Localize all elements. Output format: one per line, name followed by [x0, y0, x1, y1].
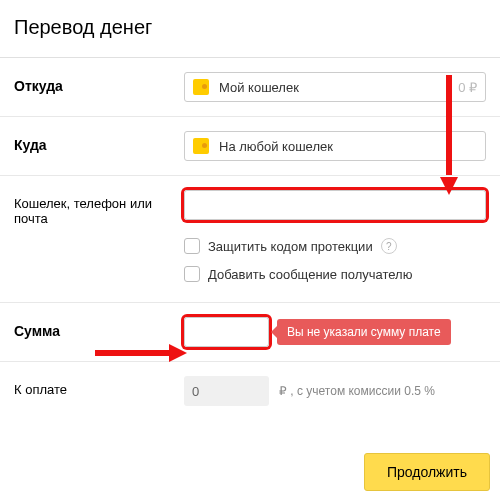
- label-to: Куда: [14, 131, 184, 153]
- continue-button[interactable]: Продолжить: [364, 453, 490, 491]
- label-sum: Сумма: [14, 317, 184, 339]
- from-select[interactable]: Мой кошелек 0 ₽: [184, 72, 486, 102]
- help-icon[interactable]: ?: [381, 238, 397, 254]
- row-to: Куда На любой кошелек: [0, 117, 500, 176]
- label-topay: К оплате: [14, 376, 184, 397]
- from-wallet-text: Мой кошелек: [219, 80, 458, 95]
- protect-option: Защитить кодом протекции ?: [14, 232, 486, 260]
- topay-hint: ₽ , с учетом комиссии 0.5 %: [279, 384, 435, 398]
- message-label: Добавить сообщение получателю: [208, 267, 412, 282]
- message-checkbox[interactable]: [184, 266, 200, 282]
- from-balance: 0 ₽: [458, 80, 477, 95]
- row-recipient: Кошелек, телефон или почта: [0, 176, 500, 230]
- to-wallet-text: На любой кошелек: [219, 139, 477, 154]
- topay-value: 0: [184, 376, 269, 406]
- sum-error: Вы не указали сумму плате: [277, 319, 451, 345]
- recipient-input[interactable]: [184, 190, 486, 220]
- protect-checkbox[interactable]: [184, 238, 200, 254]
- wallet-icon: [193, 138, 209, 154]
- message-option: Добавить сообщение получателю: [14, 260, 486, 288]
- row-topay: К оплате 0 ₽ , с учетом комиссии 0.5 %: [0, 362, 500, 420]
- row-sum: Сумма Вы не указали сумму плате: [0, 303, 500, 362]
- to-select[interactable]: На любой кошелек: [184, 131, 486, 161]
- label-recipient: Кошелек, телефон или почта: [14, 190, 184, 226]
- protect-label: Защитить кодом протекции: [208, 239, 373, 254]
- sum-input[interactable]: [184, 317, 269, 347]
- page-title: Перевод денег: [0, 0, 500, 58]
- row-from: Откуда Мой кошелек 0 ₽: [0, 58, 500, 117]
- wallet-icon: [193, 79, 209, 95]
- option-rows: Защитить кодом протекции ? Добавить сооб…: [0, 230, 500, 303]
- label-from: Откуда: [14, 72, 184, 94]
